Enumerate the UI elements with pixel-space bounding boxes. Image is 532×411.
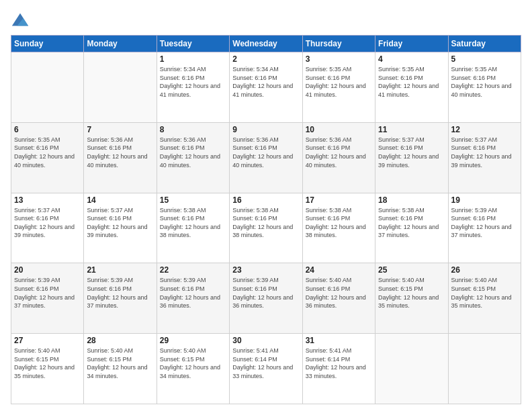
col-header-thursday: Thursday [302, 36, 375, 52]
day-number: 29 [160, 336, 226, 345]
day-cell: 28Sunrise: 5:40 AM Sunset: 6:15 PM Dayli… [84, 334, 157, 404]
day-number: 6 [14, 125, 81, 134]
day-number: 3 [306, 54, 372, 64]
day-number: 17 [306, 195, 372, 205]
day-number: 24 [306, 265, 372, 275]
day-cell: 25Sunrise: 5:40 AM Sunset: 6:15 PM Dayli… [375, 263, 448, 334]
day-cell: 12Sunrise: 5:37 AM Sunset: 6:16 PM Dayli… [448, 122, 521, 193]
day-cell: 22Sunrise: 5:39 AM Sunset: 6:16 PM Dayli… [157, 263, 229, 334]
week-row-1: 1Sunrise: 5:34 AM Sunset: 6:16 PM Daylig… [11, 52, 521, 123]
day-number: 30 [232, 336, 299, 345]
day-info: Sunrise: 5:35 AM Sunset: 6:16 PM Dayligh… [378, 65, 445, 99]
day-info: Sunrise: 5:38 AM Sunset: 6:16 PM Dayligh… [306, 206, 372, 240]
day-info: Sunrise: 5:41 AM Sunset: 6:14 PM Dayligh… [306, 347, 372, 380]
day-info: Sunrise: 5:39 AM Sunset: 6:16 PM Dayligh… [87, 276, 153, 310]
day-number: 2 [232, 54, 299, 64]
calendar-table: SundayMondayTuesdayWednesdayThursdayFrid… [11, 35, 521, 404]
day-number: 8 [160, 125, 226, 134]
day-info: Sunrise: 5:40 AM Sunset: 6:15 PM Dayligh… [451, 276, 518, 310]
week-row-3: 13Sunrise: 5:37 AM Sunset: 6:16 PM Dayli… [11, 193, 521, 263]
day-info: Sunrise: 5:37 AM Sunset: 6:16 PM Dayligh… [87, 206, 153, 240]
day-number: 9 [232, 125, 299, 134]
logo-icon [11, 11, 30, 30]
day-cell: 14Sunrise: 5:37 AM Sunset: 6:16 PM Dayli… [84, 193, 157, 263]
day-number: 31 [306, 336, 372, 345]
day-number: 7 [87, 125, 153, 134]
day-number: 5 [451, 54, 518, 64]
day-cell: 4Sunrise: 5:35 AM Sunset: 6:16 PM Daylig… [375, 52, 448, 123]
day-cell: 30Sunrise: 5:41 AM Sunset: 6:14 PM Dayli… [230, 334, 302, 404]
day-info: Sunrise: 5:37 AM Sunset: 6:16 PM Dayligh… [14, 206, 81, 240]
day-number: 15 [160, 195, 226, 205]
day-number: 11 [378, 125, 445, 134]
day-number: 4 [378, 54, 445, 64]
day-info: Sunrise: 5:35 AM Sunset: 6:16 PM Dayligh… [451, 65, 518, 99]
day-cell: 2Sunrise: 5:34 AM Sunset: 6:16 PM Daylig… [230, 52, 302, 123]
day-info: Sunrise: 5:36 AM Sunset: 6:16 PM Dayligh… [306, 136, 372, 169]
day-cell: 19Sunrise: 5:39 AM Sunset: 6:16 PM Dayli… [448, 193, 521, 263]
day-info: Sunrise: 5:35 AM Sunset: 6:16 PM Dayligh… [14, 136, 81, 169]
day-info: Sunrise: 5:34 AM Sunset: 6:16 PM Dayligh… [160, 65, 226, 99]
day-cell: 8Sunrise: 5:36 AM Sunset: 6:16 PM Daylig… [157, 122, 229, 193]
day-cell: 6Sunrise: 5:35 AM Sunset: 6:16 PM Daylig… [11, 122, 84, 193]
day-number: 20 [14, 265, 81, 275]
day-number: 26 [451, 265, 518, 275]
day-number: 1 [160, 54, 226, 64]
day-info: Sunrise: 5:40 AM Sunset: 6:15 PM Dayligh… [378, 276, 445, 310]
day-number: 18 [378, 195, 445, 205]
day-cell [375, 334, 448, 404]
day-info: Sunrise: 5:37 AM Sunset: 6:16 PM Dayligh… [451, 136, 518, 169]
col-header-monday: Monday [84, 36, 157, 52]
col-header-sunday: Sunday [11, 36, 84, 52]
page: SundayMondayTuesdayWednesdayThursdayFrid… [0, 0, 532, 411]
day-cell: 10Sunrise: 5:36 AM Sunset: 6:16 PM Dayli… [302, 122, 375, 193]
header [11, 11, 521, 30]
day-number: 13 [14, 195, 81, 205]
day-info: Sunrise: 5:36 AM Sunset: 6:16 PM Dayligh… [160, 136, 226, 169]
day-cell [11, 52, 84, 123]
day-number: 19 [451, 195, 518, 205]
day-info: Sunrise: 5:40 AM Sunset: 6:15 PM Dayligh… [87, 347, 153, 380]
day-number: 22 [160, 265, 226, 275]
day-cell: 7Sunrise: 5:36 AM Sunset: 6:16 PM Daylig… [84, 122, 157, 193]
day-info: Sunrise: 5:38 AM Sunset: 6:16 PM Dayligh… [378, 206, 445, 240]
day-number: 16 [232, 195, 299, 205]
day-cell: 1Sunrise: 5:34 AM Sunset: 6:16 PM Daylig… [157, 52, 229, 123]
week-row-5: 27Sunrise: 5:40 AM Sunset: 6:15 PM Dayli… [11, 334, 521, 404]
day-info: Sunrise: 5:39 AM Sunset: 6:16 PM Dayligh… [160, 276, 226, 310]
day-info: Sunrise: 5:39 AM Sunset: 6:16 PM Dayligh… [14, 276, 81, 310]
day-cell: 29Sunrise: 5:40 AM Sunset: 6:15 PM Dayli… [157, 334, 229, 404]
day-cell: 21Sunrise: 5:39 AM Sunset: 6:16 PM Dayli… [84, 263, 157, 334]
day-cell: 20Sunrise: 5:39 AM Sunset: 6:16 PM Dayli… [11, 263, 84, 334]
day-number: 14 [87, 195, 153, 205]
day-cell: 5Sunrise: 5:35 AM Sunset: 6:16 PM Daylig… [448, 52, 521, 123]
day-cell: 18Sunrise: 5:38 AM Sunset: 6:16 PM Dayli… [375, 193, 448, 263]
col-header-saturday: Saturday [448, 36, 521, 52]
day-cell [448, 334, 521, 404]
day-cell: 3Sunrise: 5:35 AM Sunset: 6:16 PM Daylig… [302, 52, 375, 123]
day-info: Sunrise: 5:38 AM Sunset: 6:16 PM Dayligh… [160, 206, 226, 240]
day-cell: 15Sunrise: 5:38 AM Sunset: 6:16 PM Dayli… [157, 193, 229, 263]
day-number: 27 [14, 336, 81, 345]
day-number: 25 [378, 265, 445, 275]
week-row-4: 20Sunrise: 5:39 AM Sunset: 6:16 PM Dayli… [11, 263, 521, 334]
day-info: Sunrise: 5:39 AM Sunset: 6:16 PM Dayligh… [232, 276, 299, 310]
col-header-friday: Friday [375, 36, 448, 52]
day-number: 21 [87, 265, 153, 275]
day-cell: 17Sunrise: 5:38 AM Sunset: 6:16 PM Dayli… [302, 193, 375, 263]
logo [11, 11, 31, 30]
day-number: 28 [87, 336, 153, 345]
col-header-tuesday: Tuesday [157, 36, 229, 52]
day-info: Sunrise: 5:39 AM Sunset: 6:16 PM Dayligh… [451, 206, 518, 240]
day-info: Sunrise: 5:37 AM Sunset: 6:16 PM Dayligh… [378, 136, 445, 169]
day-info: Sunrise: 5:35 AM Sunset: 6:16 PM Dayligh… [306, 65, 372, 99]
day-cell: 26Sunrise: 5:40 AM Sunset: 6:15 PM Dayli… [448, 263, 521, 334]
day-info: Sunrise: 5:41 AM Sunset: 6:14 PM Dayligh… [232, 347, 299, 380]
day-cell: 11Sunrise: 5:37 AM Sunset: 6:16 PM Dayli… [375, 122, 448, 193]
calendar-header-row: SundayMondayTuesdayWednesdayThursdayFrid… [11, 36, 521, 52]
day-cell: 27Sunrise: 5:40 AM Sunset: 6:15 PM Dayli… [11, 334, 84, 404]
day-cell: 9Sunrise: 5:36 AM Sunset: 6:16 PM Daylig… [230, 122, 302, 193]
day-cell: 24Sunrise: 5:40 AM Sunset: 6:16 PM Dayli… [302, 263, 375, 334]
day-info: Sunrise: 5:40 AM Sunset: 6:15 PM Dayligh… [160, 347, 226, 380]
day-info: Sunrise: 5:38 AM Sunset: 6:16 PM Dayligh… [232, 206, 299, 240]
